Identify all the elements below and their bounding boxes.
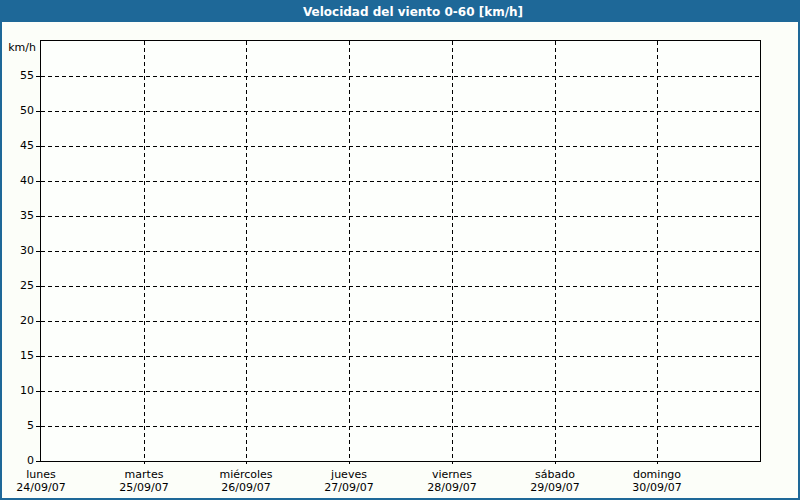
y-tick-label: 35 — [2, 209, 34, 223]
x-day-weekday: jueves — [301, 468, 397, 481]
x-day-label: viernes28/09/07 — [404, 468, 500, 494]
y-tick-label: 45 — [2, 139, 34, 153]
y-tick-label: 0 — [2, 454, 34, 468]
chart-title-bar: Velocidad del viento 0-60 [km/h] — [2, 2, 798, 22]
x-day-date: 27/09/07 — [301, 481, 397, 494]
y-tick-mark — [36, 321, 40, 322]
x-day-label: lunes24/09/07 — [0, 468, 89, 494]
x-day-weekday: domingo — [609, 468, 705, 481]
x-day-weekday: viernes — [404, 468, 500, 481]
x-day-label: domingo30/09/07 — [609, 468, 705, 494]
gridline-horizontal — [41, 181, 760, 182]
gridline-horizontal — [41, 251, 760, 252]
x-day-date: 29/09/07 — [507, 481, 603, 494]
y-tick-mark — [36, 181, 40, 182]
y-tick-mark — [36, 111, 40, 112]
gridline-horizontal — [41, 286, 760, 287]
gridline-horizontal — [41, 391, 760, 392]
x-day-date: 30/09/07 — [609, 481, 705, 494]
gridline-vertical — [349, 41, 350, 464]
y-tick-label: 25 — [2, 279, 34, 293]
chart-title: Velocidad del viento 0-60 [km/h] — [303, 5, 523, 19]
x-day-date: 28/09/07 — [404, 481, 500, 494]
y-tick-mark — [36, 216, 40, 217]
gridline-horizontal — [41, 356, 760, 357]
x-day-date: 24/09/07 — [0, 481, 89, 494]
x-day-label: martes25/09/07 — [96, 468, 192, 494]
x-day-label: jueves27/09/07 — [301, 468, 397, 494]
y-tick-mark — [36, 146, 40, 147]
y-tick-label: 10 — [2, 384, 34, 398]
gridline-horizontal — [41, 216, 760, 217]
y-tick-label: 20 — [2, 314, 34, 328]
x-day-weekday: miércoles — [198, 468, 294, 481]
gridline-horizontal — [41, 111, 760, 112]
y-tick-mark — [36, 356, 40, 357]
x-day-label: miércoles26/09/07 — [198, 468, 294, 494]
gridline-horizontal — [41, 146, 760, 147]
x-day-label: sábado29/09/07 — [507, 468, 603, 494]
gridline-horizontal — [41, 76, 760, 77]
x-day-date: 25/09/07 — [96, 481, 192, 494]
y-tick-label: 50 — [2, 104, 34, 118]
x-day-date: 26/09/07 — [198, 481, 294, 494]
gridline-vertical — [555, 41, 556, 464]
y-tick-label: 40 — [2, 174, 34, 188]
gridline-vertical — [144, 41, 145, 464]
y-tick-mark — [36, 286, 40, 287]
y-tick-mark — [36, 251, 40, 252]
y-tick-mark — [36, 391, 40, 392]
y-tick-mark — [36, 461, 40, 462]
gridline-horizontal — [41, 426, 760, 427]
x-day-weekday: lunes — [0, 468, 89, 481]
y-axis-unit-label: km/h — [2, 41, 36, 54]
x-day-weekday: martes — [96, 468, 192, 481]
plot-area — [40, 40, 761, 462]
wind-speed-chart-widget: Velocidad del viento 0-60 [km/h] km/h 05… — [0, 0, 800, 500]
gridline-vertical — [452, 41, 453, 464]
gridline-vertical — [657, 41, 658, 464]
gridline-vertical — [246, 41, 247, 464]
y-tick-label: 55 — [2, 69, 34, 83]
x-day-weekday: sábado — [507, 468, 603, 481]
y-tick-label: 5 — [2, 419, 34, 433]
y-tick-mark — [36, 76, 40, 77]
y-tick-label: 30 — [2, 244, 34, 258]
y-tick-mark — [36, 426, 40, 427]
gridline-horizontal — [41, 321, 760, 322]
y-tick-label: 15 — [2, 349, 34, 363]
